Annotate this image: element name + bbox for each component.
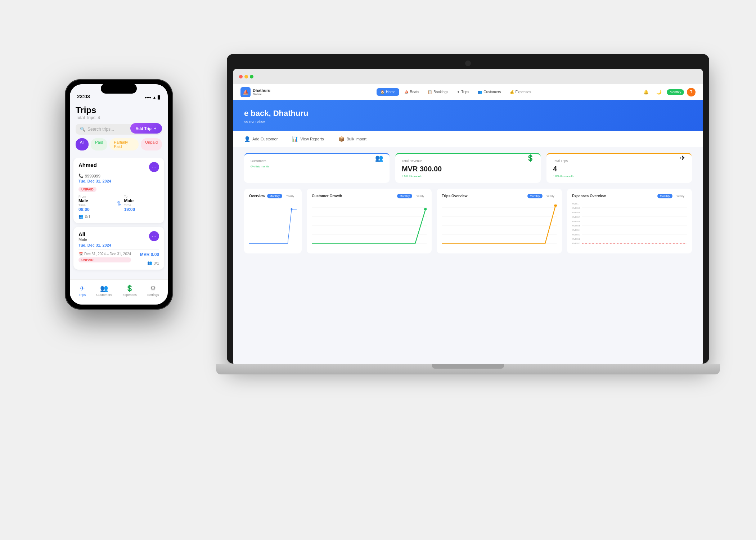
trip-ali-passengers: 👥 0/1 <box>147 261 159 265</box>
filter-partially-paid[interactable]: Partially Paid <box>109 138 139 150</box>
browser-traffic-lights <box>239 75 253 78</box>
to-value: Male <box>124 198 159 203</box>
expenses-toggle-yearly[interactable]: Yearly <box>674 194 687 198</box>
from-time: 08:00 <box>78 207 114 212</box>
nav-boats[interactable]: ⛵ Boats <box>401 88 423 96</box>
ali-passengers-icon: 👥 <box>147 261 152 265</box>
stat-revenue: Total Revenue 💲 MVR 300.00 ↑ 0% this mon… <box>395 153 541 183</box>
filter-paid[interactable]: Paid <box>91 138 107 150</box>
trip-ali-footer: 📅 Dec 31, 2024 – Dec 31, 2024 UNPAID MVR… <box>78 249 159 265</box>
phone-icon: 📞 <box>78 174 84 178</box>
hero-subtitle: ss overview <box>244 120 692 124</box>
stats-row: Customers 👥 0% this month Total Revenue … <box>233 147 703 189</box>
trip-ali-status: UNPAID <box>78 257 131 262</box>
svg-point-6 <box>424 208 427 210</box>
laptop-body: ⛵ Dhathuru Online 🏠 Home ⛵ Boats 📋 Booki… <box>227 54 709 364</box>
bottom-nav-trips[interactable]: ✈ Trips <box>79 284 86 297</box>
customer-toggle-monthly[interactable]: Monthly <box>397 194 412 198</box>
phone-time: 23:03 <box>77 94 90 99</box>
chart-customer-growth: Customer Growth Monthly Yearly <box>307 189 432 253</box>
chart-overview: Overview Monthly Yearly <box>244 189 302 253</box>
bulk-import-button[interactable]: 📦 Bulk Import <box>338 136 367 142</box>
customer-toggle-yearly[interactable]: Yearly <box>414 194 427 198</box>
nav-expenses[interactable]: 💰 Expenses <box>506 88 535 96</box>
passengers-icon: 👥 <box>78 214 84 219</box>
trips-nav-label: Trips <box>79 293 86 297</box>
route-to: To Male Time 19:00 <box>124 195 159 212</box>
trip-ahmed-name: Ahmed <box>78 162 97 168</box>
dark-mode-button[interactable]: 🌙 <box>654 87 664 97</box>
nav-trips[interactable]: ✈ Trips <box>453 88 473 96</box>
chart-customer-toggles: Monthly Yearly <box>397 194 427 198</box>
chart-overview-svg <box>249 202 297 245</box>
maximize-dot[interactable] <box>250 75 253 78</box>
user-avatar[interactable]: T <box>687 88 696 96</box>
stat-customers-label: Customers <box>251 159 383 163</box>
settings-nav-icon: ⚙ <box>150 284 156 292</box>
nav-home[interactable]: 🏠 Home <box>377 88 399 96</box>
laptop-camera <box>465 60 471 66</box>
trip-card-ahmed[interactable]: Ahmed ⋯ 📞 9999999 Tue, Dec 31, 2024 UNPA… <box>73 158 164 223</box>
trip-ali-gender: Male <box>78 237 87 242</box>
settings-nav-label: Settings <box>147 293 159 297</box>
monthly-badge[interactable]: Monthly <box>667 89 684 95</box>
filter-unpaid[interactable]: Unpaid <box>141 138 162 150</box>
to-time: 19:00 <box>124 207 159 212</box>
phone-trip-list: Ahmed ⋯ 📞 9999999 Tue, Dec 31, 2024 UNPA… <box>70 158 168 273</box>
stat-revenue-label: Total Revenue <box>402 159 534 163</box>
trip-ahmed-header: Ahmed ⋯ <box>78 162 159 172</box>
view-reports-button[interactable]: 📊 View Reports <box>292 136 324 142</box>
nav-customers[interactable]: 👥 Customers <box>474 88 504 96</box>
battery-icon: ▉ <box>158 95 161 99</box>
filter-all[interactable]: All <box>76 138 89 150</box>
expenses-toggle-monthly[interactable]: Monthly <box>657 194 672 198</box>
chart-expenses-overview: Expenses Overview Monthly Yearly MVR 1 M… <box>567 189 692 253</box>
trips-toggle-monthly[interactable]: Monthly <box>527 194 543 198</box>
action-row: 👤 Add Customer 📊 View Reports 📦 Bulk Imp… <box>233 131 703 147</box>
minimize-dot[interactable] <box>244 75 248 78</box>
add-customer-icon: 👤 <box>244 136 250 142</box>
chart-overview-header: Overview Monthly Yearly <box>249 194 297 198</box>
add-trip-plus-icon: ＋ <box>153 126 157 131</box>
bottom-nav-customers[interactable]: 👥 Customers <box>96 284 112 297</box>
trip-ali-more-btn[interactable]: ⋯ <box>149 231 159 241</box>
add-customer-button[interactable]: 👤 Add Customer <box>244 136 278 142</box>
hero-section: e back, Dhathuru ss overview <box>233 100 703 131</box>
signal-icon: ●●● <box>145 95 151 99</box>
add-trip-button[interactable]: Add Trip ＋ <box>130 123 162 134</box>
trip-ahmed-date: Tue, Dec 31, 2024 <box>78 179 159 183</box>
expenses-nav-label: Expenses <box>122 293 137 297</box>
browser-chrome <box>233 69 703 84</box>
trip-card-ali[interactable]: Ali Male ⋯ Tue, Dec 31, 2024 📅 Dec 31, 2… <box>73 227 164 270</box>
nav-actions: 🔔 🌙 Monthly T <box>641 87 696 97</box>
trip-ali-amount: MVR 0.00 <box>140 252 159 257</box>
calendar-icon: 📅 <box>78 252 83 256</box>
stat-trips: Total Trips ✈ 4 ↑ 0% this month <box>546 153 692 183</box>
chart-customer-title: Customer Growth <box>312 194 342 198</box>
phone-screen: 23:03 ●●● ▲ ▉ Trips Total Trips: 4 Add T… <box>70 84 168 305</box>
view-reports-label: View Reports <box>300 137 324 141</box>
laptop: ⛵ Dhathuru Online 🏠 Home ⛵ Boats 📋 Booki… <box>216 54 720 450</box>
app-logo: ⛵ Dhathuru Online <box>240 87 270 97</box>
trip-ali-date-range: 📅 Dec 31, 2024 – Dec 31, 2024 <box>78 252 131 256</box>
chart-trips-toggles: Monthly Yearly <box>527 194 557 198</box>
nav-bookings[interactable]: 📋 Bookings <box>424 88 452 96</box>
trip-ahmed-route: From Male Time 08:00 ⇅ To Male Time 19:0… <box>78 195 159 212</box>
close-dot[interactable] <box>239 75 243 78</box>
route-swap-icon[interactable]: ⇅ <box>117 200 121 207</box>
chart-expenses-title: Expenses Overview <box>572 194 606 198</box>
notification-button[interactable]: 🔔 <box>641 87 651 97</box>
bottom-nav-settings[interactable]: ⚙ Settings <box>147 284 159 297</box>
logo-brand: Dhathuru <box>253 88 270 93</box>
trip-ahmed-phone: 📞 9999999 <box>78 174 159 178</box>
bulk-import-label: Bulk Import <box>347 137 367 141</box>
trips-toggle-yearly[interactable]: Yearly <box>544 194 557 198</box>
bottom-nav-expenses[interactable]: 💲 Expenses <box>122 284 137 297</box>
toggle-yearly[interactable]: Yearly <box>284 194 297 198</box>
trip-ali-date: Tue, Dec 31, 2024 <box>78 243 159 247</box>
toggle-monthly[interactable]: Monthly <box>267 194 282 198</box>
stat-trips-change: ↑ 0% this month <box>553 175 685 178</box>
laptop-base <box>216 364 720 374</box>
stat-trips-label: Total Trips <box>553 159 685 163</box>
trip-ahmed-more-btn[interactable]: ⋯ <box>149 162 159 172</box>
